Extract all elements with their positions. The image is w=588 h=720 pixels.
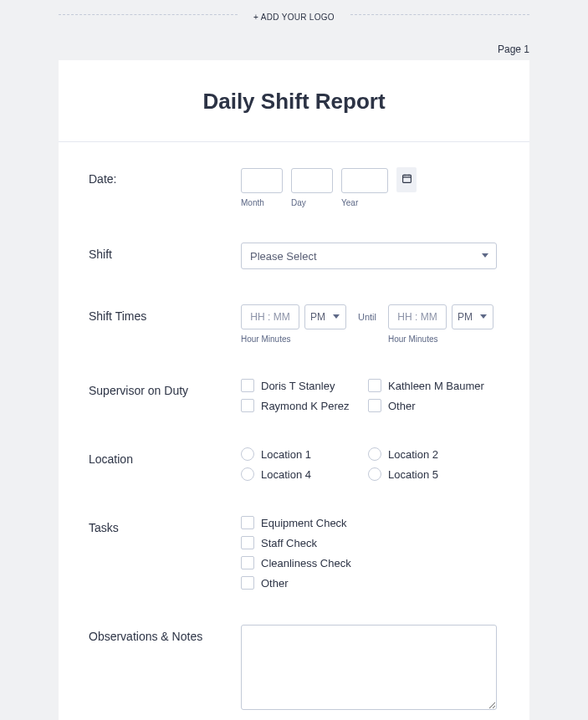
tasks-option-label: Staff Check	[261, 537, 317, 549]
page-number-label: Page 1	[0, 43, 529, 55]
calendar-icon	[401, 173, 412, 186]
date-label: Date:	[89, 167, 241, 186]
supervisor-option-0[interactable]: Doris T Stanley	[241, 379, 368, 392]
shift-times-label: Shift Times	[89, 304, 241, 323]
supervisor-option-label: Raymond K Perez	[261, 400, 350, 412]
logo-placeholder-bar[interactable]: + ADD YOUR LOGO	[59, 8, 529, 20]
shift-select[interactable]: Please Select	[241, 243, 497, 269]
shift-start-time-input[interactable]	[241, 304, 299, 329]
field-tasks: Tasks Equipment Check Staff Check Cleanl…	[89, 516, 499, 590]
tasks-checkbox-3[interactable]	[241, 576, 254, 590]
supervisor-option-label: Kathleen M Baumer	[388, 380, 484, 392]
date-month-input[interactable]	[241, 168, 283, 193]
tasks-checkbox-0[interactable]	[241, 516, 254, 529]
supervisor-option-label: Doris T Stanley	[261, 380, 335, 392]
location-option-label: Location 2	[388, 448, 438, 461]
form-card: Daily Shift Report Date: Month Day	[59, 60, 529, 720]
tasks-option-3[interactable]: Other	[241, 576, 499, 590]
location-label: Location	[89, 447, 241, 466]
supervisor-label: Supervisor on Duty	[89, 379, 241, 397]
shift-label: Shift	[89, 243, 241, 261]
field-notes: Observations & Notes	[89, 625, 499, 713]
location-radio-0[interactable]	[241, 447, 254, 461]
tasks-option-1[interactable]: Staff Check	[241, 536, 499, 549]
location-option-label: Location 1	[261, 448, 311, 461]
shift-end-time-input[interactable]	[388, 304, 447, 329]
tasks-checkbox-2[interactable]	[241, 556, 254, 569]
location-option-3[interactable]: Location 5	[368, 467, 495, 481]
location-radio-3[interactable]	[368, 467, 381, 481]
tasks-label: Tasks	[89, 516, 241, 534]
date-day-sublabel: Day	[291, 198, 333, 207]
field-shift-times: Shift Times PM Hour Minutes	[89, 304, 499, 344]
date-year-input[interactable]	[341, 168, 388, 193]
supervisor-option-3[interactable]: Other	[368, 399, 495, 412]
supervisor-checkbox-3[interactable]	[368, 399, 381, 412]
supervisor-checkbox-2[interactable]	[241, 399, 254, 412]
field-supervisor: Supervisor on Duty Doris T Stanley Kathl…	[89, 379, 499, 412]
tasks-option-0[interactable]: Equipment Check	[241, 516, 499, 529]
supervisor-option-2[interactable]: Raymond K Perez	[241, 399, 368, 412]
supervisor-checkbox-1[interactable]	[368, 379, 381, 392]
location-option-label: Location 5	[388, 468, 438, 481]
location-option-0[interactable]: Location 1	[241, 447, 368, 461]
tasks-option-2[interactable]: Cleanliness Check	[241, 556, 499, 569]
tasks-option-label: Equipment Check	[261, 517, 347, 529]
tasks-option-label: Cleanliness Check	[261, 557, 351, 569]
location-option-1[interactable]: Location 2	[368, 447, 495, 461]
tasks-option-label: Other	[261, 577, 289, 590]
tasks-checkbox-1[interactable]	[241, 536, 254, 549]
supervisor-option-1[interactable]: Kathleen M Baumer	[368, 379, 495, 392]
date-year-sublabel: Year	[341, 198, 388, 207]
date-month-sublabel: Month	[241, 198, 283, 207]
shift-start-ampm-select[interactable]: PM	[304, 304, 346, 329]
supervisor-option-label: Other	[388, 400, 416, 412]
field-date: Date: Month Day Year	[89, 167, 499, 207]
form-header: Daily Shift Report	[59, 60, 529, 142]
calendar-picker-button[interactable]	[396, 167, 417, 192]
until-label: Until	[358, 312, 376, 322]
location-radio-1[interactable]	[368, 447, 381, 461]
svg-rect-0	[402, 175, 411, 182]
shift-end-ampm-select[interactable]: PM	[452, 304, 493, 329]
notes-textarea[interactable]	[241, 625, 497, 710]
date-day-input[interactable]	[291, 168, 333, 193]
field-location: Location Location 1 Location 2 Location …	[89, 447, 499, 481]
field-shift: Shift Please Select	[89, 243, 499, 269]
shift-start-sublabel: Hour Minutes	[241, 334, 346, 344]
form-title: Daily Shift Report	[59, 89, 529, 115]
location-option-label: Location 4	[261, 468, 311, 481]
shift-end-sublabel: Hour Minutes	[388, 334, 493, 344]
form-body: Date: Month Day Year	[59, 142, 529, 713]
add-logo-text: + ADD YOUR LOGO	[253, 13, 335, 22]
notes-label: Observations & Notes	[89, 625, 241, 643]
location-option-2[interactable]: Location 4	[241, 467, 368, 481]
supervisor-checkbox-0[interactable]	[241, 379, 254, 392]
location-radio-2[interactable]	[241, 467, 254, 481]
